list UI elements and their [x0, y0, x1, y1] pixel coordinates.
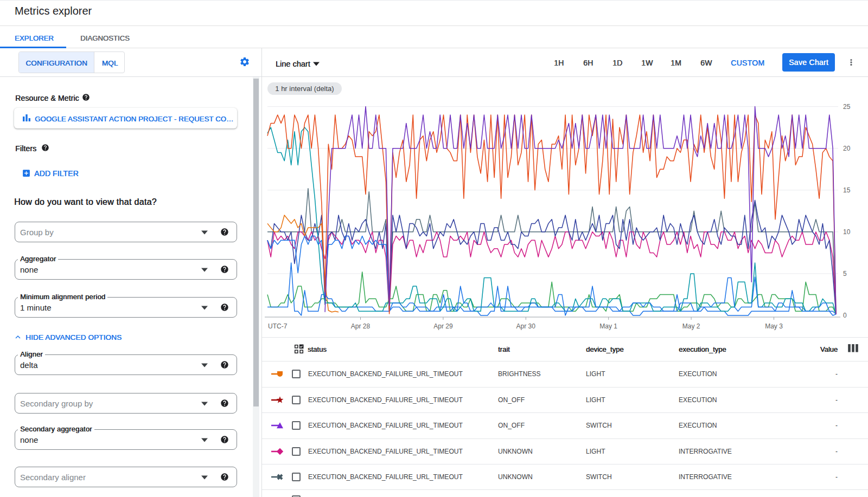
svg-text:UTC-7: UTC-7: [268, 322, 288, 330]
svg-text:20: 20: [843, 145, 851, 152]
svg-text:May 3: May 3: [765, 322, 783, 330]
svg-text:May 1: May 1: [599, 322, 617, 330]
svg-text:Apr 30: Apr 30: [516, 322, 536, 330]
svg-text:0: 0: [843, 312, 847, 319]
svg-text:May 2: May 2: [682, 322, 700, 330]
svg-text:25: 25: [843, 103, 851, 111]
svg-text:15: 15: [843, 186, 851, 194]
svg-text:10: 10: [843, 228, 851, 236]
svg-text:Apr 28: Apr 28: [351, 322, 371, 330]
svg-text:5: 5: [843, 270, 847, 277]
svg-text:Apr 29: Apr 29: [433, 322, 453, 330]
